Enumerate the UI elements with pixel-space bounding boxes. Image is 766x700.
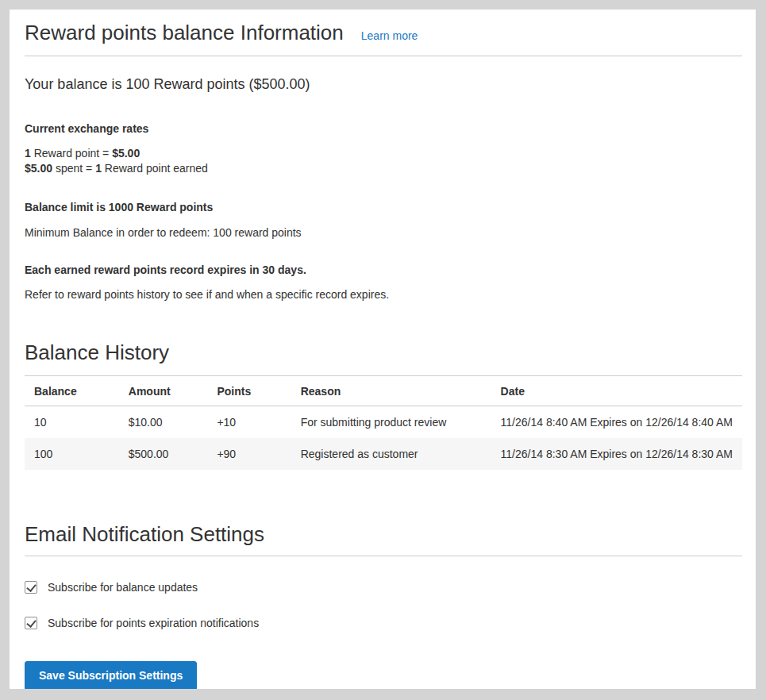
cell-balance: 10 <box>25 406 119 439</box>
column-header-date: Date <box>491 376 742 406</box>
table-head: Balance Amount Points Reason Date <box>25 376 742 406</box>
email-settings-heading: Email Notification Settings <box>25 522 742 556</box>
exchange-rates-heading: Current exchange rates <box>25 122 742 135</box>
cell-amount: $10.00 <box>119 406 208 439</box>
subscribe-balance-row: Subscribe for balance updates <box>25 581 742 594</box>
rate-earn-value: $5.00 <box>112 147 140 160</box>
save-subscription-settings-button[interactable]: Save Subscription Settings <box>25 661 197 689</box>
column-header-amount: Amount <box>119 376 208 406</box>
column-header-points: Points <box>207 376 291 406</box>
expiry-rule-text: Each earned reward points record expires… <box>25 263 742 276</box>
exchange-rate-earn: 1 Reward point = $5.00 <box>25 146 742 161</box>
exchange-rates: 1 Reward point = $5.00 $5.00 spent = 1 R… <box>25 146 742 176</box>
rate-spend-value: $5.00 <box>25 162 52 175</box>
rate-earn-text: Reward point = <box>31 147 112 160</box>
table-header-row: Balance Amount Points Reason Date <box>25 376 742 406</box>
subscribe-balance-checkbox[interactable] <box>25 581 37 594</box>
rate-earn-points: 1 <box>25 147 31 160</box>
rate-spend-text: spent = <box>52 162 95 175</box>
table-row: 100 $500.00 +90 Registered as customer 1… <box>25 438 742 470</box>
page-title: Reward points balance Information <box>25 21 344 45</box>
subscribe-expiration-row: Subscribe for points expiration notifica… <box>25 617 742 629</box>
balance-history-heading: Balance History <box>25 340 742 365</box>
balance-summary: Your balance is 100 Reward points ($500.… <box>25 76 742 93</box>
expiry-note-text: Refer to reward points history to see if… <box>25 288 742 301</box>
table-body: 10 $10.00 +10 For submitting product rev… <box>25 406 742 471</box>
subscribe-balance-label[interactable]: Subscribe for balance updates <box>48 581 198 594</box>
cell-reason: Registered as customer <box>291 438 491 470</box>
subscribe-expiration-checkbox[interactable] <box>25 617 37 629</box>
balance-history-table: Balance Amount Points Reason Date 10 $10… <box>25 375 742 470</box>
cell-balance: 100 <box>25 438 119 470</box>
subscribe-expiration-label[interactable]: Subscribe for points expiration notifica… <box>48 617 259 629</box>
cell-date: 11/26/14 8:30 AM Expires on 12/26/14 8:3… <box>491 438 742 470</box>
column-header-balance: Balance <box>25 376 119 406</box>
column-header-reason: Reason <box>291 376 491 406</box>
page-header: Reward points balance Information Learn … <box>25 21 742 56</box>
table-row: 10 $10.00 +10 For submitting product rev… <box>25 406 742 439</box>
balance-limit-text: Balance limit is 1000 Reward points <box>25 201 742 213</box>
cell-date: 11/26/14 8:40 AM Expires on 12/26/14 8:4… <box>491 406 742 439</box>
cell-amount: $500.00 <box>119 438 208 470</box>
rate-spend-suffix: Reward point earned <box>102 162 208 175</box>
learn-more-link[interactable]: Learn more <box>361 29 418 42</box>
cell-reason: For submitting product review <box>291 406 491 439</box>
cell-points: +10 <box>207 406 291 439</box>
cell-points: +90 <box>207 438 291 470</box>
exchange-rate-spend: $5.00 spent = 1 Reward point earned <box>25 161 742 176</box>
minimum-balance-text: Minimum Balance in order to redeem: 100 … <box>25 226 742 239</box>
rate-spend-points: 1 <box>95 162 102 175</box>
reward-points-card: Reward points balance Information Learn … <box>10 10 756 689</box>
